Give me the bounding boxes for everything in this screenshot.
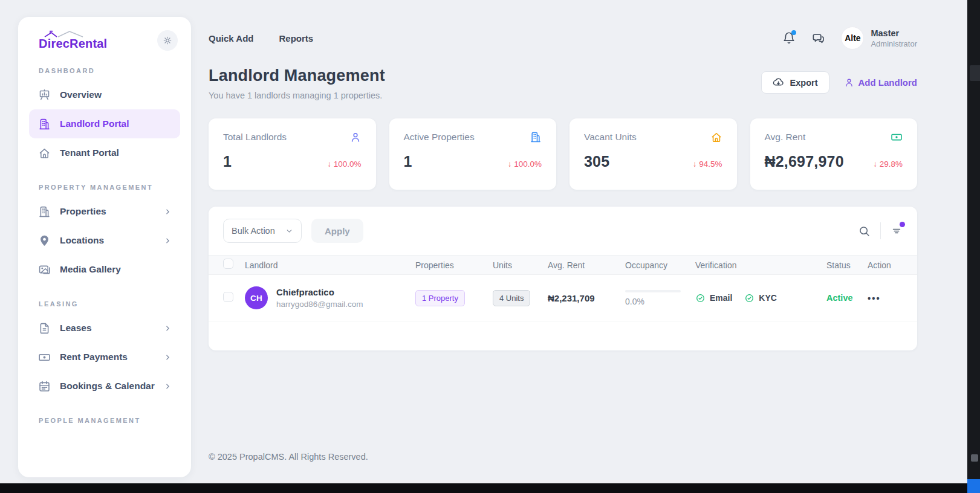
sidebar-item-tenant-portal[interactable]: Tenant Portal [29, 138, 180, 167]
sidebar-item-label: Properties [60, 206, 106, 217]
stat-label: Total Landlords [223, 132, 287, 143]
table-row: CH Chiefpractico harrygod86@gmail.com 1 … [209, 275, 917, 321]
file-text-icon [37, 321, 51, 335]
bulk-action-select[interactable]: Bulk Action [223, 219, 302, 243]
sidebar-item-leases[interactable]: Leases [29, 314, 180, 343]
building-icon [37, 117, 51, 130]
map-pin-icon [37, 234, 51, 247]
background-window-fragment [971, 454, 978, 462]
row-checkbox[interactable] [223, 292, 233, 302]
sidebar-section-leasing: LEASING [39, 300, 174, 308]
main-content: Quick Add Reports [209, 0, 917, 483]
filter-button[interactable] [891, 225, 903, 237]
building-icon [37, 205, 51, 218]
sidebar-item-properties[interactable]: Properties [29, 197, 180, 226]
stat-label: Vacant Units [584, 132, 637, 143]
cloud-download-icon [773, 77, 784, 88]
sidebar-item-rent-payments[interactable]: Rent Payments [29, 343, 180, 372]
column-header-occupancy: Occupancy [625, 260, 695, 270]
check-circle-icon [695, 293, 706, 303]
apply-button[interactable]: Apply [311, 219, 363, 243]
sidebar-item-landlord-portal[interactable]: Landlord Portal [29, 109, 180, 138]
topnav-quick-add[interactable]: Quick Add [209, 33, 253, 44]
sidebar-section-people-management: PEOPLE MANAGEMENT [39, 417, 174, 424]
column-header-landlord: Landlord [245, 260, 415, 270]
stat-cards: Total Landlords 1 ↓ 100.0% Active Proper… [209, 118, 917, 190]
landlord-table-card: Bulk Action Apply [209, 207, 917, 350]
sidebar-item-label: Leases [60, 323, 92, 334]
chevron-right-icon [164, 208, 172, 216]
user-name: Master [871, 28, 917, 38]
occupancy-value: 0.0% [625, 297, 695, 306]
landlord-avatar: CH [245, 286, 268, 309]
column-header-action: Action [868, 260, 903, 270]
topnav-reports[interactable]: Reports [279, 33, 313, 44]
sun-icon [163, 36, 172, 45]
chevron-right-icon [164, 382, 172, 390]
search-button[interactable] [858, 225, 871, 237]
page-title: Landlord Management [209, 66, 385, 85]
add-landlord-button[interactable]: Add Landlord [844, 77, 918, 88]
messages-button[interactable] [811, 31, 825, 45]
table-toolbar: Bulk Action Apply [209, 207, 917, 255]
easel-chart-icon [37, 88, 51, 102]
export-label: Export [790, 78, 818, 88]
column-header-units: Units [493, 260, 548, 270]
home-icon [37, 146, 51, 160]
landlord-name: Chiefpractico [276, 287, 363, 297]
chevron-right-icon [164, 237, 172, 245]
stat-card-total-landlords: Total Landlords 1 ↓ 100.0% [209, 118, 376, 190]
occupancy-progress-bar [625, 290, 681, 292]
export-button[interactable]: Export [761, 71, 829, 94]
home-icon [710, 131, 722, 143]
banknote-icon [891, 131, 903, 143]
properties-badge: 1 Property [415, 290, 465, 306]
theme-toggle-button[interactable] [157, 30, 178, 51]
stat-delta: ↓ 94.5% [693, 160, 722, 170]
user-menu[interactable]: Alte Master Administrator [841, 27, 917, 50]
table-header-row: Landlord Properties Units Avg. Rent Occu… [209, 255, 917, 275]
background-window-strip [967, 0, 980, 493]
chat-icon [811, 31, 825, 45]
bottom-dark-bar [0, 483, 967, 493]
sidebar-item-label: Bookings & Calendar [60, 381, 155, 392]
user-role: Administrator [871, 39, 917, 48]
image-icon [37, 263, 51, 276]
sidebar-item-label: Tenant Portal [60, 147, 119, 158]
column-header-avg-rent: Avg. Rent [548, 260, 625, 270]
column-header-status: Status [826, 260, 868, 270]
stat-value: 1 [223, 153, 232, 170]
units-badge: 4 Units [493, 290, 530, 306]
user-plus-icon [844, 77, 854, 88]
stat-card-active-properties: Active Properties 1 ↓ 100.0% [389, 118, 557, 190]
stat-card-vacant-units: Vacant Units 305 ↓ 94.5% [570, 118, 737, 190]
column-header-verification: Verification [695, 260, 826, 270]
blue-corner-badge [967, 479, 980, 493]
page-header: Landlord Management You have 1 landlords… [209, 66, 917, 100]
verification-kyc-label: KYC [759, 293, 777, 303]
sidebar-item-label: Rent Payments [60, 352, 128, 362]
search-icon [858, 225, 871, 237]
filter-active-dot [900, 222, 905, 227]
calendar-icon [37, 379, 51, 393]
landlord-email: harrygod86@gmail.com [276, 300, 363, 309]
stat-value: ₦2,697,970 [765, 153, 844, 170]
sidebar-item-locations[interactable]: Locations [29, 226, 180, 255]
sidebar-item-bookings-calendar[interactable]: Bookings & Calendar [29, 372, 180, 401]
row-actions-button[interactable]: ••• [868, 293, 903, 303]
check-circle-icon [744, 293, 754, 303]
stat-value: 1 [404, 153, 412, 170]
bulk-action-label: Bulk Action [232, 226, 275, 236]
sidebar-item-media-gallery[interactable]: Media Gallery [29, 255, 180, 284]
banknote-icon [37, 350, 51, 364]
select-all-checkbox[interactable] [223, 259, 233, 269]
verification-email-label: Email [710, 293, 732, 303]
sidebar: DirecRental DASHBOARD Overview [18, 17, 191, 477]
chevron-right-icon [164, 353, 172, 361]
brand-name: DirecRental [39, 37, 109, 50]
sidebar-item-label: Media Gallery [60, 264, 121, 275]
notifications-button[interactable] [782, 31, 796, 45]
brand-logo[interactable]: DirecRental [39, 30, 109, 50]
page-subtitle: You have 1 landlords managing 1 properti… [209, 91, 385, 100]
sidebar-item-overview[interactable]: Overview [29, 80, 180, 109]
